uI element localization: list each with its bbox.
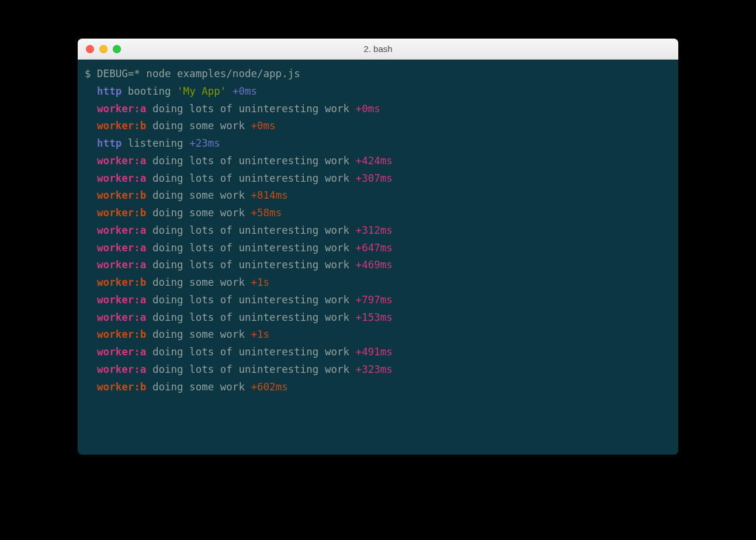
log-line: worker:b doing some work +814ms [85, 187, 671, 205]
log-message: doing lots of uninteresting work [152, 346, 356, 358]
log-time: +0ms [233, 85, 257, 97]
log-time: +58ms [251, 207, 282, 219]
terminal-body[interactable]: $ DEBUG=* node examples/node/app.js http… [78, 60, 678, 455]
log-time: +647ms [356, 242, 393, 254]
log-message: doing lots of uninteresting work [152, 311, 356, 323]
log-time: +814ms [251, 189, 287, 201]
log-line: http listening +23ms [85, 135, 671, 153]
log-message: doing some work [152, 328, 251, 340]
log-time: +469ms [356, 259, 393, 271]
log-time: +602ms [251, 381, 287, 393]
log-time: +153ms [356, 311, 393, 323]
log-namespace: worker:a [97, 172, 146, 184]
log-message: listening [128, 137, 189, 149]
log-line: worker:a doing lots of uninteresting wor… [85, 309, 671, 327]
terminal-window: 2. bash $ DEBUG=* node examples/node/app… [78, 39, 678, 455]
log-namespace: worker:a [97, 242, 146, 254]
log-namespace: worker:b [97, 207, 146, 219]
command-line: $ DEBUG=* node examples/node/app.js [85, 65, 671, 83]
log-message: doing lots of uninteresting work [152, 364, 356, 375]
log-time: +323ms [356, 364, 393, 375]
log-message: doing lots of uninteresting work [152, 242, 356, 254]
log-message: doing lots of uninteresting work [152, 172, 356, 184]
minimize-icon[interactable] [99, 45, 107, 53]
log-line: worker:b doing some work +1s [85, 274, 671, 292]
log-message: doing lots of uninteresting work [152, 259, 356, 271]
titlebar: 2. bash [78, 39, 678, 60]
log-message: doing lots of uninteresting work [152, 224, 356, 236]
log-line: worker:a doing lots of uninteresting wor… [85, 361, 671, 379]
log-quoted: 'My App' [177, 85, 226, 97]
log-time: +1s [251, 328, 269, 340]
log-time: +797ms [356, 294, 393, 306]
log-namespace: worker:b [97, 120, 146, 131]
log-time: +312ms [356, 224, 393, 236]
log-line: worker:a doing lots of uninteresting wor… [85, 101, 671, 118]
log-line: worker:b doing some work +0ms [85, 117, 671, 135]
log-namespace: worker:b [97, 328, 146, 340]
log-message: doing some work [152, 189, 251, 201]
command-text: DEBUG=* node examples/node/app.js [97, 68, 300, 79]
log-namespace: worker:a [97, 364, 146, 375]
log-line: worker:b doing some work +602ms [85, 379, 671, 396]
log-message: booting [128, 85, 177, 97]
log-message: doing some work [152, 276, 251, 288]
log-line: worker:a doing lots of uninteresting wor… [85, 257, 671, 274]
log-namespace: http [97, 85, 122, 97]
log-namespace: worker:a [97, 346, 146, 358]
log-time: +491ms [356, 346, 393, 358]
log-namespace: http [97, 137, 122, 149]
log-time: +0ms [251, 120, 275, 131]
log-time: +0ms [356, 103, 380, 115]
zoom-icon[interactable] [113, 45, 121, 53]
log-namespace: worker:b [97, 276, 146, 288]
log-line: worker:a doing lots of uninteresting wor… [85, 344, 671, 361]
log-line: worker:a doing lots of uninteresting wor… [85, 240, 671, 257]
log-namespace: worker:b [97, 381, 146, 393]
log-line: worker:a doing lots of uninteresting wor… [85, 222, 671, 240]
log-line: worker:b doing some work +1s [85, 326, 671, 344]
log-namespace: worker:a [97, 259, 146, 271]
log-line: worker:a doing lots of uninteresting wor… [85, 153, 671, 170]
log-line: worker:a doing lots of uninteresting wor… [85, 170, 671, 188]
log-message: doing some work [152, 381, 251, 393]
log-output: http booting 'My App' +0ms worker:a doin… [85, 83, 671, 396]
log-line: worker:a doing lots of uninteresting wor… [85, 292, 671, 309]
log-namespace: worker:a [97, 311, 146, 323]
log-namespace: worker:a [97, 103, 146, 115]
log-namespace: worker:b [97, 189, 146, 201]
log-namespace: worker:a [97, 155, 146, 167]
log-time: +23ms [189, 137, 220, 149]
log-time: +1s [251, 276, 269, 288]
prompt: $ [85, 68, 97, 79]
log-line: worker:b doing some work +58ms [85, 205, 671, 222]
log-namespace: worker:a [97, 294, 146, 306]
log-message: doing lots of uninteresting work [152, 294, 356, 306]
log-message: doing some work [152, 120, 251, 131]
log-namespace: worker:a [97, 224, 146, 236]
traffic-lights [78, 45, 121, 53]
log-time: +424ms [356, 155, 393, 167]
log-message: doing lots of uninteresting work [152, 155, 356, 167]
log-time: +307ms [356, 172, 393, 184]
log-message: doing some work [152, 207, 251, 219]
window-title: 2. bash [78, 44, 678, 54]
log-line: http booting 'My App' +0ms [85, 83, 671, 101]
log-message: doing lots of uninteresting work [152, 103, 356, 115]
close-icon[interactable] [86, 45, 94, 53]
